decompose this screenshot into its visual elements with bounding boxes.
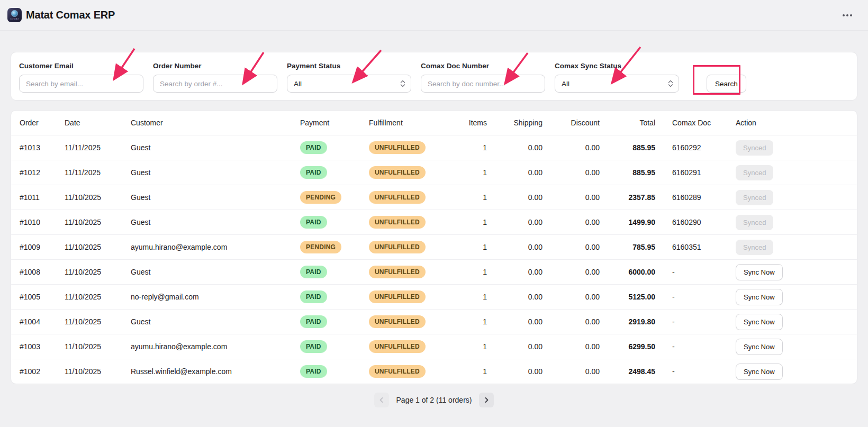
payment-status-cell: PAID <box>292 166 360 179</box>
customer-cell: Guest <box>122 317 292 326</box>
fulfillment-status-badge: UNFULFILLED <box>369 290 426 303</box>
items-cell: 1 <box>440 268 495 276</box>
payment-status-badge: PENDING <box>300 241 341 253</box>
shipping-cell: 0.00 <box>495 218 551 226</box>
order-number-input[interactable] <box>153 75 277 93</box>
order-number-label: Order Number <box>153 62 277 70</box>
fulfillment-status-cell: UNFULFILLED <box>360 241 440 253</box>
column-header-action: Action <box>727 119 857 127</box>
date-cell: 11/10/2025 <box>56 293 122 301</box>
date-cell: 11/10/2025 <box>56 317 122 326</box>
overflow-menu-icon[interactable] <box>839 11 855 20</box>
table-row: #100811/10/2025GuestPAIDUNFULFILLED10.00… <box>11 259 857 284</box>
payment-status-cell: PENDING <box>292 241 360 253</box>
table-row: #101011/10/2025GuestPAIDUNFULFILLED10.00… <box>11 210 857 234</box>
customer-email-input[interactable] <box>19 75 143 93</box>
comax-doc-cell: 6160289 <box>664 193 727 202</box>
sync-now-button[interactable]: Sync Now <box>736 314 783 330</box>
table-row: #101111/10/2025GuestPENDINGUNFULFILLED10… <box>11 185 857 210</box>
comax-sync-status-select[interactable]: All <box>555 75 679 93</box>
comax-doc-cell: - <box>664 317 727 326</box>
sync-now-button[interactable]: Sync Now <box>736 364 783 380</box>
total-cell: 2357.85 <box>608 193 664 202</box>
order-cell: #1009 <box>11 243 56 251</box>
comax-logo-icon: COMAX <box>7 8 22 22</box>
chevron-right-icon <box>483 397 490 403</box>
shipping-cell: 0.00 <box>495 193 551 202</box>
sync-now-button[interactable]: Sync Now <box>736 339 783 355</box>
comax-sync-status-label: Comax Sync Status <box>555 62 679 70</box>
date-cell: 11/11/2025 <box>56 168 122 177</box>
pagination: Page 1 of 2 (11 orders) <box>0 393 868 407</box>
payment-status-select-wrap: All <box>287 75 411 93</box>
customer-email-label: Customer Email <box>19 62 143 70</box>
order-cell: #1005 <box>11 293 56 301</box>
discount-cell: 0.00 <box>551 218 608 226</box>
order-cell: #1004 <box>11 317 56 326</box>
shipping-cell: 0.00 <box>495 342 551 351</box>
sync-now-button[interactable]: Sync Now <box>736 289 783 305</box>
payment-status-badge: PAID <box>300 216 327 229</box>
comax-doc-cell: - <box>664 293 727 301</box>
discount-cell: 0.00 <box>551 243 608 251</box>
items-cell: 1 <box>440 143 495 152</box>
shipping-cell: 0.00 <box>495 293 551 301</box>
filter-bar: Customer EmailOrder NumberPayment Status… <box>11 52 857 101</box>
next-page-button[interactable] <box>479 393 494 407</box>
payment-status-badge: PAID <box>300 340 327 353</box>
customer-cell: Guest <box>122 143 292 152</box>
fulfillment-status-cell: UNFULFILLED <box>360 141 440 154</box>
fulfillment-status-cell: UNFULFILLED <box>360 166 440 179</box>
table-body: #101311/11/2025GuestPAIDUNFULFILLED10.00… <box>11 135 857 384</box>
payment-status-cell: PAID <box>292 141 360 154</box>
payment-status-cell: PAID <box>292 266 360 278</box>
fulfillment-status-badge: UNFULFILLED <box>369 315 426 328</box>
date-cell: 11/10/2025 <box>56 193 122 202</box>
payment-status-badge: PAID <box>300 315 327 328</box>
table-row: #100211/10/2025Russel.winfield@example.c… <box>11 359 857 384</box>
shipping-cell: 0.00 <box>495 268 551 276</box>
payment-status-badge: PAID <box>300 266 327 278</box>
comax-doc-number-input[interactable] <box>421 75 545 93</box>
total-cell: 5125.00 <box>608 293 664 301</box>
column-header-customer: Customer <box>122 119 292 127</box>
fulfillment-status-badge: UNFULFILLED <box>369 191 426 204</box>
customer-cell: ayumu.hirano@example.com <box>122 342 292 351</box>
order-number-field: Order Number <box>153 62 277 93</box>
payment-status-badge: PAID <box>300 166 327 179</box>
items-cell: 1 <box>440 367 495 376</box>
order-cell: #1002 <box>11 367 56 376</box>
fulfillment-status-badge: UNFULFILLED <box>369 241 426 253</box>
payment-status-select[interactable]: All <box>287 75 411 93</box>
total-cell: 6000.00 <box>608 268 664 276</box>
total-cell: 885.95 <box>608 143 664 152</box>
prev-page-button[interactable] <box>374 393 389 407</box>
customer-cell: Guest <box>122 268 292 276</box>
total-cell: 6299.50 <box>608 342 664 351</box>
search-button[interactable]: Search <box>707 75 746 93</box>
items-cell: 1 <box>440 218 495 226</box>
customer-cell: Russel.winfield@example.com <box>122 367 292 376</box>
table-row: #101211/11/2025GuestPAIDUNFULFILLED10.00… <box>11 160 857 185</box>
payment-status-cell: PENDING <box>292 191 360 204</box>
date-cell: 11/10/2025 <box>56 342 122 351</box>
table-row: #100911/10/2025ayumu.hirano@example.comP… <box>11 234 857 259</box>
customer-cell: Guest <box>122 193 292 202</box>
app-header: COMAX Matat Comax ERP <box>0 0 868 31</box>
page-label: Page 1 of 2 (11 orders) <box>396 396 472 404</box>
shipping-cell: 0.00 <box>495 317 551 326</box>
app-title: Matat Comax ERP <box>26 9 115 21</box>
discount-cell: 0.00 <box>551 143 608 152</box>
comax-doc-cell: - <box>664 342 727 351</box>
payment-status-cell: PAID <box>292 315 360 328</box>
payment-status-cell: PAID <box>292 365 360 378</box>
shipping-cell: 0.00 <box>495 243 551 251</box>
shipping-cell: 0.00 <box>495 168 551 177</box>
synced-button: Synced <box>736 190 773 205</box>
payment-status-cell: PAID <box>292 290 360 303</box>
shipping-cell: 0.00 <box>495 143 551 152</box>
action-cell: Sync Now <box>727 264 857 280</box>
order-cell: #1012 <box>11 168 56 177</box>
logo-word: COMAX <box>10 17 19 20</box>
sync-now-button[interactable]: Sync Now <box>736 264 783 280</box>
